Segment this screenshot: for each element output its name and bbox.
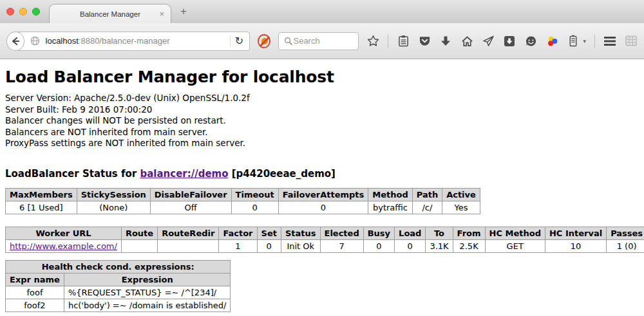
pocket-icon[interactable]: [418, 35, 431, 48]
nav-toolbar: localhost:8880/balancer-manager ↻: [0, 23, 644, 59]
cell-stickysession: (None): [77, 201, 150, 214]
new-tab-button[interactable]: +: [180, 5, 187, 18]
col-routeredir: RouteRedir: [158, 227, 219, 239]
colored-dots-icon[interactable]: [545, 35, 558, 48]
cell-failoverattempts: 0: [278, 201, 368, 214]
balancer-settings-table: MaxMembers StickySession DisableFailover…: [5, 188, 480, 214]
status-heading-suffix: [p4420eeae_demo]: [229, 168, 336, 180]
table-title-row: Health check cond. expressions:: [6, 260, 231, 273]
col-load: Load: [395, 227, 426, 239]
notice-proxypass: ProxyPass settings are NOT inherited fro…: [5, 138, 639, 149]
cell-elected: 7: [320, 239, 363, 252]
server-info: Server Version: Apache/2.5.0-dev (Unix) …: [5, 93, 639, 149]
tab-title: Balancer Manager: [80, 10, 140, 18]
balancer-demo-link[interactable]: balancer://demo: [140, 168, 228, 180]
col-hc-interval: HC Interval: [545, 227, 606, 239]
server-built: Server Built: Feb 9 2016 07:00:20: [5, 104, 639, 116]
cell-hc-method: GET: [485, 239, 545, 252]
col-passes: Passes: [607, 227, 644, 239]
table-row: 6 [1 Used] (None) Off 0 0 bytraffic /c/ …: [6, 201, 480, 214]
col-active: Active: [442, 188, 480, 201]
search-input[interactable]: [293, 36, 354, 46]
table-header-row: MaxMembers StickySession DisableFailover…: [6, 188, 480, 201]
page-title: Load Balancer Manager for localhost: [5, 68, 639, 86]
url-path: :8880/balancer-manager: [79, 36, 170, 46]
search-icon: [283, 36, 293, 46]
table-header-row: Worker URL Route RouteRedir Factor Set S…: [6, 227, 644, 239]
cell-worker-url: http://www.example.com/: [6, 239, 122, 252]
cell-expression: %{REQUEST_STATUS} =~ /^[234]/: [64, 286, 231, 299]
col-status: Status: [281, 227, 320, 239]
browser-window: Balancer Manager × + localhost:8880/bala…: [0, 0, 644, 316]
col-busy: Busy: [363, 227, 394, 239]
col-disablefailover: DisableFailover: [150, 188, 231, 201]
clipboard-icon[interactable]: [397, 35, 410, 48]
cell-to: 3.1K: [426, 239, 453, 252]
col-worker-url: Worker URL: [6, 227, 122, 239]
globe-icon: [29, 35, 42, 48]
url-host: localhost: [46, 36, 79, 46]
reload-icon[interactable]: ↻: [235, 36, 249, 46]
col-expression: Expression: [64, 273, 231, 286]
cell-maxmembers: 6 [1 Used]: [6, 201, 77, 214]
cell-set: 0: [257, 239, 281, 252]
tab-close-icon[interactable]: ×: [159, 9, 164, 19]
cell-expr-name: foof2: [6, 299, 64, 311]
traffic-lights: [6, 8, 40, 15]
col-to: To: [426, 227, 453, 239]
download-box-icon[interactable]: [503, 35, 516, 48]
health-check-table: Health check cond. expressions: Expr nam…: [5, 260, 231, 312]
server-version: Server Version: Apache/2.5.0-dev (Unix) …: [5, 93, 639, 104]
toolbar-divider: [594, 35, 595, 48]
table-row: http://www.example.com/ 1 0 Init Ok 7 0 …: [6, 239, 644, 252]
col-stickysession: StickySession: [77, 188, 150, 201]
col-expr-name: Expr name: [6, 273, 64, 286]
cell-method: bytraffic: [368, 201, 412, 214]
worker-status-table: Worker URL Route RouteRedir Factor Set S…: [5, 227, 644, 253]
search-box[interactable]: [278, 32, 359, 50]
toolbar-divider: [388, 35, 388, 48]
battery-icon[interactable]: [567, 35, 580, 48]
cell-status: Init Ok: [281, 239, 320, 252]
col-from: From: [453, 227, 485, 239]
cell-passes: 1 (0): [607, 239, 644, 252]
cell-active: Yes: [442, 201, 480, 214]
cell-expression: hc('body') =~ /domain is established/: [64, 299, 231, 311]
cell-factor: 1: [219, 239, 257, 252]
downloads-icon[interactable]: [439, 35, 452, 48]
close-window-button[interactable]: [6, 8, 14, 15]
worker-url-link[interactable]: http://www.example.com/: [10, 241, 117, 251]
grid-icon[interactable]: [625, 35, 638, 48]
chevron-down-icon[interactable]: ▾: [583, 38, 586, 44]
tab-bar: Balancer Manager × +: [0, 0, 644, 23]
zoom-window-button[interactable]: [32, 8, 40, 15]
col-hc-method: HC Method: [485, 227, 545, 239]
cell-disablefailover: Off: [150, 201, 231, 214]
bookmark-star-icon[interactable]: [366, 35, 379, 48]
status-heading-prefix: LoadBalancer Status for: [5, 168, 140, 180]
col-route: Route: [121, 227, 157, 239]
flashblock-ban-icon[interactable]: [258, 34, 270, 48]
col-set: Set: [257, 227, 281, 239]
url-bar[interactable]: localhost:8880/balancer-manager ↻: [14, 32, 251, 51]
col-failoverattempts: FailoverAttempts: [278, 188, 368, 201]
col-method: Method: [368, 188, 412, 201]
cell-hc-interval: 10: [545, 239, 606, 252]
back-button[interactable]: [6, 32, 24, 51]
table-row: foof2 hc('body') =~ /domain is establish…: [6, 299, 231, 311]
cell-expr-name: foof: [6, 286, 64, 299]
home-icon[interactable]: [460, 35, 473, 48]
table-row: foof %{REQUEST_STATUS} =~ /^[234]/: [6, 286, 231, 299]
tab-balancer-manager[interactable]: Balancer Manager ×: [49, 4, 171, 23]
urlbar-divider: [230, 35, 231, 47]
smiley-icon[interactable]: [524, 35, 537, 48]
cell-from: 2.5K: [453, 239, 485, 252]
cell-path: /c/: [412, 201, 442, 214]
page-content: Load Balancer Manager for localhost Serv…: [0, 59, 644, 316]
minimize-window-button[interactable]: [19, 8, 27, 15]
col-timeout: Timeout: [231, 188, 278, 201]
menu-icon[interactable]: [603, 35, 616, 48]
col-elected: Elected: [320, 227, 363, 239]
notice-inherit: Balancers are NOT inherited from main se…: [5, 127, 639, 138]
send-icon[interactable]: [482, 35, 495, 48]
